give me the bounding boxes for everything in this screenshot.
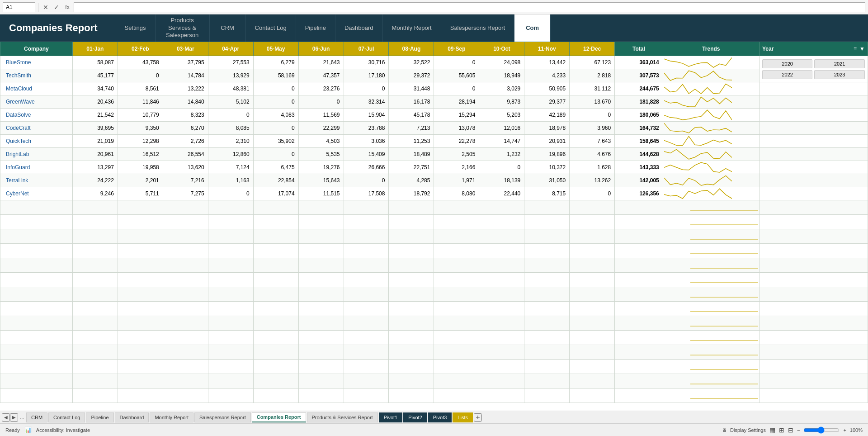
cell-empty-month [524, 200, 570, 215]
sheet-tab-monthly-report[interactable]: Monthly Report [150, 412, 193, 422]
sheet-tab-dashboard[interactable]: Dashboard [115, 412, 149, 422]
zoom-slider[interactable] [803, 427, 840, 434]
nav-tab-settings[interactable]: Settings [116, 14, 156, 42]
table-row-empty [0, 273, 868, 287]
cell-month-1: 12,298 [118, 135, 163, 148]
nav-tab-monthly-report[interactable]: Monthly Report [383, 14, 441, 42]
cell-empty-month [570, 229, 615, 244]
table-row-empty [0, 360, 868, 374]
cell-empty-month [163, 244, 208, 258]
cell-empty [0, 200, 73, 215]
cell-empty-month [208, 345, 253, 360]
page-layout-icon[interactable]: ⊞ [779, 427, 784, 434]
cell-month-10: 8,715 [524, 187, 570, 200]
cell-month-6: 15,904 [344, 109, 389, 122]
cell-empty-month [344, 244, 389, 258]
cell-empty-month [524, 273, 570, 287]
display-settings-label[interactable]: Display Settings [730, 427, 766, 433]
formula-input[interactable] [74, 2, 865, 12]
cell-empty-total [615, 244, 663, 258]
cell-company: BlueStone [0, 56, 73, 69]
nav-tab-contact-log[interactable]: Contact Log [246, 14, 296, 42]
cell-empty-month [344, 374, 389, 389]
sheet-scroll-left-button[interactable]: ◀ [2, 413, 10, 422]
cell-month-3: 12,860 [208, 148, 253, 161]
nav-tab-salespersons-report[interactable]: Salespersons Report [441, 14, 514, 42]
cell-month-7: 45,178 [389, 109, 434, 122]
table-container[interactable]: Company 01-Jan 02-Feb 03-Mar 04-Apr 05-M… [0, 42, 868, 411]
nav-tab-products[interactable]: Products Services &Salesperson [156, 14, 210, 42]
page-title: Companies Report [9, 14, 116, 42]
sheet-tab-companies-report[interactable]: Companies Report [252, 412, 306, 422]
cell-empty-month [72, 258, 118, 273]
cell-empty-month [389, 229, 434, 244]
cell-empty-month [344, 229, 389, 244]
normal-view-icon[interactable]: ▦ [769, 427, 775, 434]
cell-company: TechSmith [0, 69, 73, 82]
sort-icon[interactable]: ≡ [854, 46, 857, 52]
sheet-tab-products-&-services-report[interactable]: Products & Services Report [307, 412, 378, 422]
insert-function-button[interactable]: fx [63, 3, 72, 12]
cell-empty-month [524, 287, 570, 302]
add-sheet-button[interactable]: + [474, 413, 482, 422]
cell-month-6: 0 [344, 82, 389, 95]
cell-empty-month [434, 345, 479, 360]
header-nov: 11-Nov [524, 42, 570, 56]
cell-month-8: 0 [434, 56, 479, 69]
cell-month-9: 12,016 [479, 122, 524, 135]
filter-icon[interactable]: ▼ [859, 46, 865, 52]
cell-month-7: 18,792 [389, 187, 434, 200]
cell-month-2: 37,795 [163, 56, 208, 69]
cell-empty-total [615, 389, 663, 403]
accessibility-label[interactable]: Accessibility: Investigate [36, 427, 90, 433]
cell-empty-month [163, 302, 208, 316]
cell-empty-month [163, 360, 208, 374]
nav-tab-pipeline[interactable]: Pipeline [296, 14, 335, 42]
cell-month-1: 10,779 [118, 109, 163, 122]
cell-empty-month [344, 345, 389, 360]
sheet-tab-contact-log[interactable]: Contact Log [48, 412, 85, 422]
cell-empty-month [118, 360, 163, 374]
zoom-out-button[interactable]: − [797, 427, 800, 433]
cell-empty [0, 287, 73, 302]
nav-tab-companies-report[interactable]: Com [514, 14, 551, 42]
year-2021-button[interactable]: 2021 [814, 59, 865, 68]
cell-empty-total [615, 273, 663, 287]
header-feb: 02-Feb [118, 42, 163, 56]
cell-month-8: 28,194 [434, 95, 479, 109]
sheet-tab-pivot2[interactable]: Pivot2 [403, 412, 427, 422]
sheet-ellipsis[interactable]: ... [18, 414, 26, 421]
table-row: TerraLink24,2222,2017,2161,16322,85415,6… [0, 174, 868, 187]
year-2022-button[interactable]: 2022 [762, 70, 813, 79]
sheet-tab-pipeline[interactable]: Pipeline [86, 412, 113, 422]
cell-empty-month [298, 287, 344, 302]
cell-empty-month [72, 374, 118, 389]
zoom-in-button[interactable]: + [843, 427, 846, 433]
sheet-tab-pivot3[interactable]: Pivot3 [428, 412, 452, 422]
display-settings-icon[interactable]: 🖥 [722, 427, 726, 433]
sheet-tab-salespersons-report[interactable]: Salespersons Report [194, 412, 251, 422]
nav-tab-dashboard[interactable]: Dashboard [335, 14, 383, 42]
year-2020-button[interactable]: 2020 [762, 59, 813, 68]
cell-company: CodeCraft [0, 122, 73, 135]
table-row: CyberNet9,2465,7117,275017,07411,51517,5… [0, 187, 868, 200]
year-2023-button[interactable]: 2023 [814, 70, 865, 79]
sheet-tab-lists[interactable]: Lists [453, 412, 473, 422]
sheet-tab-pivot1[interactable]: Pivot1 [379, 412, 403, 422]
page-break-icon[interactable]: ⊟ [788, 427, 793, 434]
cell-total: 144,628 [615, 148, 663, 161]
cell-reference-box[interactable]: A1 [3, 2, 35, 12]
cell-empty-month [344, 302, 389, 316]
cell-empty-month [208, 302, 253, 316]
cell-empty-month [389, 258, 434, 273]
table-header-row: Company 01-Jan 02-Feb 03-Mar 04-Apr 05-M… [0, 42, 868, 56]
cancel-formula-button[interactable]: ✕ [41, 3, 50, 12]
cell-empty-month [163, 229, 208, 244]
cell-empty-month [570, 200, 615, 215]
cell-empty-month [570, 316, 615, 331]
nav-tab-crm[interactable]: CRM [210, 14, 246, 42]
sheet-scroll-right-button[interactable]: ▶ [10, 413, 18, 422]
confirm-formula-button[interactable]: ✓ [52, 3, 61, 12]
cell-month-11: 31,112 [570, 82, 615, 95]
sheet-tab-crm[interactable]: CRM [26, 412, 47, 422]
